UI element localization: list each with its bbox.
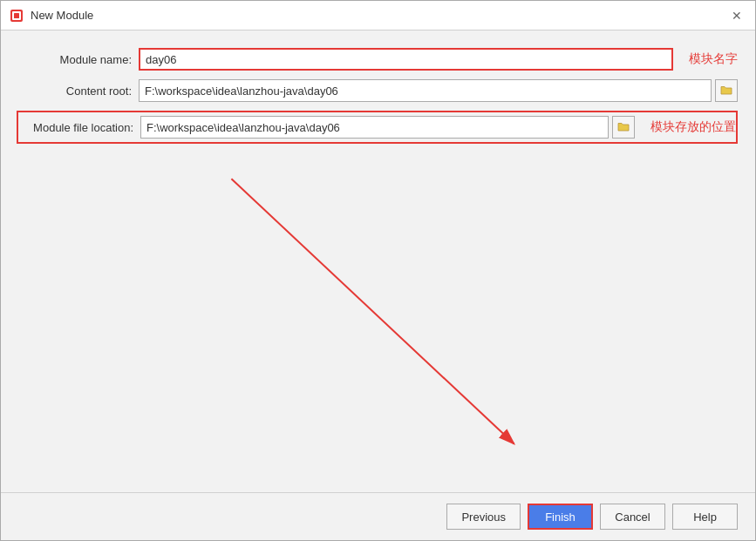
- title-bar-left: New Module: [10, 9, 93, 23]
- module-file-location-row: Module file location: 模块存放的位置: [17, 111, 738, 144]
- module-file-location-annotation: 模块存放的位置: [650, 119, 736, 135]
- svg-line-4: [231, 179, 514, 443]
- finish-button[interactable]: Finish: [528, 504, 593, 530]
- dialog-window: New Module ✕ Module name: 模块名字 Content r…: [0, 0, 756, 541]
- folder-icon-2: [617, 122, 630, 132]
- content-root-input[interactable]: [139, 79, 712, 102]
- bottom-bar: Previous Finish Cancel Help: [1, 492, 755, 540]
- module-name-row: Module name: 模块名字: [18, 48, 738, 71]
- module-name-input[interactable]: [139, 48, 673, 71]
- content-root-input-wrapper: [139, 79, 738, 102]
- cancel-button[interactable]: Cancel: [600, 504, 665, 530]
- window-title: New Module: [31, 9, 93, 22]
- module-icon: [10, 9, 24, 23]
- module-name-annotation: 模块名字: [689, 51, 738, 67]
- module-name-label: Module name:: [18, 53, 132, 66]
- title-bar: New Module ✕: [1, 1, 755, 30]
- content-root-browse-button[interactable]: [715, 79, 738, 102]
- module-file-location-input[interactable]: [140, 116, 609, 139]
- empty-area: [18, 152, 738, 484]
- module-file-location-label: Module file location:: [20, 121, 133, 134]
- folder-icon: [720, 85, 732, 96]
- module-file-location-input-wrapper: [140, 116, 635, 139]
- help-button[interactable]: Help: [672, 504, 738, 530]
- dialog-content: Module name: 模块名字 Content root: Module f…: [1, 30, 755, 492]
- close-button[interactable]: ✕: [727, 6, 746, 25]
- module-name-input-wrapper: [139, 48, 673, 71]
- svg-rect-2: [14, 13, 19, 18]
- module-file-location-browse-button[interactable]: [612, 116, 635, 139]
- content-root-label: Content root:: [18, 85, 132, 98]
- content-root-row: Content root:: [18, 79, 738, 102]
- previous-button[interactable]: Previous: [446, 504, 521, 530]
